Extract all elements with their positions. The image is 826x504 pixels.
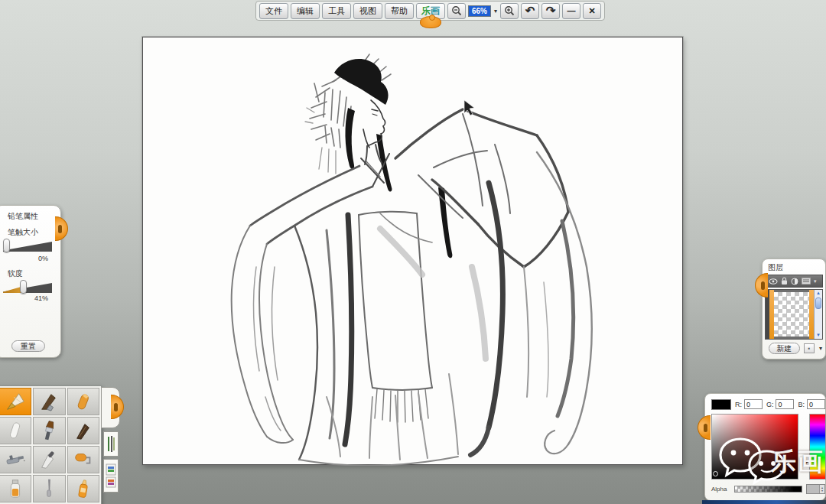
scroll-up-button[interactable]: ▲	[816, 290, 821, 297]
undo-button[interactable]: ↶	[521, 3, 539, 19]
b-label: B:	[798, 401, 805, 408]
texture-library-button[interactable]	[103, 459, 119, 493]
r-input[interactable]	[744, 399, 763, 409]
layer-menu-caret[interactable]: ▾	[814, 278, 817, 285]
minimize-icon: —	[567, 6, 576, 15]
tool-paint-brush[interactable]	[33, 417, 65, 444]
brush-size-value: 0%	[38, 255, 48, 262]
layers-panel: 图层 ▾ ▲ ▼ 新建 ▪ ▾	[762, 259, 826, 359]
tool-paint-roller[interactable]	[67, 446, 99, 473]
tool-ink-bottle[interactable]	[0, 475, 31, 502]
paint-roller-icon	[72, 449, 95, 470]
eraser-icon	[4, 420, 27, 441]
zoom-dropdown-caret[interactable]: ▾	[494, 8, 497, 15]
layers-toolbar: ▾	[765, 275, 823, 288]
tool-pencil[interactable]	[0, 388, 31, 415]
layer-lock-icon[interactable]	[781, 277, 788, 285]
layer-list: ▲ ▼	[765, 289, 823, 340]
g-label: G:	[766, 401, 774, 408]
scroll-thumb[interactable]	[815, 298, 821, 309]
tool-airbrush[interactable]	[0, 446, 31, 473]
softness-label: 软度	[8, 268, 23, 279]
undo-arrow-icon: ↶	[525, 4, 535, 18]
palette-side-tab[interactable]	[101, 387, 120, 428]
airbrush-icon	[4, 449, 27, 470]
softness-slider[interactable]	[3, 281, 52, 294]
menu-tools[interactable]: 工具	[322, 3, 351, 19]
tool-eraser[interactable]	[0, 417, 31, 444]
new-layer-button[interactable]: 新建	[769, 343, 800, 354]
tool-crayon[interactable]	[67, 388, 99, 415]
ink-bottle-icon	[4, 478, 27, 499]
layers-scrollbar[interactable]: ▲ ▼	[814, 290, 822, 339]
close-icon: ✕	[588, 6, 595, 16]
app-window: 文件 编辑 工具 视图 帮助 乐 画 66% ▾ ↶ ↷ — ✕	[0, 0, 826, 504]
tool-palette-knife[interactable]	[33, 446, 65, 473]
brush-set-button[interactable]	[103, 431, 119, 457]
video-progress-bar	[702, 500, 826, 504]
color-panel: R: G: B: Alpha ▴ ▾	[704, 393, 826, 501]
zoom-in-button[interactable]	[500, 3, 519, 19]
brush-size-label: 笔触大小	[8, 227, 38, 238]
app-logo[interactable]: 乐 画	[416, 3, 445, 19]
saturation-value-gradient[interactable]	[711, 414, 798, 480]
main-toolbar: 文件 编辑 工具 视图 帮助 乐 画 66% ▾ ↶ ↷ — ✕	[255, 1, 605, 21]
zoom-out-button[interactable]	[447, 3, 466, 19]
reset-button[interactable]: 重置	[11, 340, 45, 352]
marker-icon	[72, 478, 95, 499]
alpha-slider[interactable]	[734, 486, 802, 493]
zoom-level-display[interactable]: 66%	[468, 5, 491, 17]
pencil-icon	[4, 391, 27, 412]
layer-options-caret[interactable]: ▾	[819, 345, 822, 352]
sv-marker[interactable]	[713, 471, 718, 476]
current-color-swatch[interactable]	[711, 399, 731, 410]
menu-view[interactable]: 视图	[353, 3, 382, 19]
paint-brush-icon	[37, 420, 60, 441]
minimize-button[interactable]: —	[562, 3, 580, 19]
menu-help[interactable]: 帮助	[385, 3, 414, 19]
layer-thumbnail[interactable]	[774, 292, 809, 337]
close-button[interactable]: ✕	[583, 3, 601, 19]
brush-size-slider[interactable]	[3, 239, 52, 253]
softness-handle[interactable]	[20, 280, 27, 294]
crayon-icon	[72, 391, 95, 412]
tool-charcoal-stick[interactable]	[33, 388, 65, 415]
menu-file[interactable]: 文件	[259, 3, 288, 19]
brush-size-handle[interactable]	[3, 239, 10, 252]
b-input[interactable]	[807, 399, 825, 409]
layers-panel-title: 图层	[768, 262, 823, 273]
tool-marker[interactable]	[67, 475, 99, 502]
spinner-down-icon[interactable]: ▾	[821, 489, 823, 493]
layer-blend-menu-icon[interactable]	[802, 278, 811, 285]
brush-size-track[interactable]	[3, 242, 52, 252]
brush-panel-title: 铅笔属性	[8, 211, 38, 222]
ink-pen-icon	[72, 420, 95, 441]
hue-bar[interactable]	[809, 414, 826, 480]
brush-set-icon	[106, 434, 116, 454]
palette-knife-icon	[37, 449, 60, 470]
logo-smile-icon	[420, 16, 441, 28]
magnifier-plus-icon	[504, 5, 515, 16]
magnifier-minus-icon	[451, 5, 462, 16]
g-input[interactable]	[776, 399, 794, 409]
alpha-spinbox[interactable]: ▴ ▾	[806, 484, 825, 494]
layer-visibility-icon[interactable]	[769, 278, 778, 285]
layer-opacity-icon[interactable]	[791, 278, 798, 285]
tool-etching-needle[interactable]	[33, 475, 65, 502]
alpha-label: Alpha	[711, 486, 730, 493]
color-clip-icon	[698, 415, 711, 440]
layer-options-button[interactable]: ▪	[804, 343, 815, 353]
texture-library-icon	[106, 463, 116, 489]
palette-clip-icon	[111, 395, 124, 419]
menu-edit[interactable]: 编辑	[291, 3, 320, 19]
zoom-level-value: 66%	[472, 7, 487, 15]
redo-button[interactable]: ↷	[541, 3, 560, 19]
redo-arrow-icon: ↷	[546, 4, 556, 18]
softness-value: 41%	[34, 294, 48, 302]
scroll-down-button[interactable]: ▼	[816, 332, 821, 339]
tool-ink-pen[interactable]	[67, 417, 99, 444]
tool-palette	[0, 385, 124, 504]
charcoal-stick-icon	[37, 391, 60, 412]
etching-needle-icon	[37, 478, 60, 499]
drawing-canvas[interactable]	[142, 37, 683, 465]
